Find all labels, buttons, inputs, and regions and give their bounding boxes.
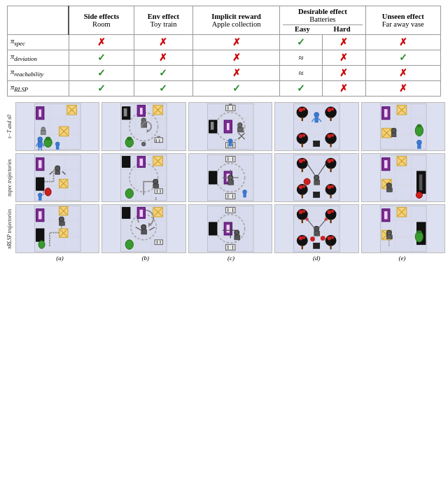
svg-rect-173 [243,194,246,198]
pi-rlsp-col4-hard: ✗ [323,81,365,97]
svg-point-218 [416,192,422,198]
implicit-reward-header: Implicit reward Apple collection [193,6,280,35]
cross-icon: ✗ [97,37,106,48]
svg-rect-149 [155,189,162,194]
svg-rect-215 [419,174,422,190]
pi-dev-col2: ✗ [134,50,192,66]
svg-point-191 [326,184,337,195]
empty-header [8,6,69,35]
env-d-initial-svg [275,103,358,150]
svg-point-7 [38,137,43,142]
pi-spec-col4-hard: ✗ [323,35,365,50]
svg-point-188 [299,185,303,190]
grid-cell-c-pirlsp [188,204,272,253]
svg-point-69 [228,139,232,143]
grid-cell-b-initial [102,102,186,151]
grid-cell-e-pispec [361,153,445,202]
svg-point-89 [299,134,303,138]
implicit-reward-title: Implicit reward [196,13,276,20]
cross-icon: ✗ [340,83,348,94]
svg-rect-8 [38,142,42,148]
easy-label: Easy [295,25,310,33]
svg-point-142 [126,189,134,199]
svg-rect-24 [56,145,59,150]
svg-point-286 [328,210,332,214]
grid-cell-e-initial [361,102,445,151]
env-d-pirlsp-svg [275,205,358,252]
grid-cell-d-pispec [274,153,358,202]
pi-dev-col3: ✗ [193,50,280,66]
svg-rect-321 [386,235,392,239]
check-icon: ✓ [297,83,305,94]
table-row: πspec ✗ ✗ ✗ ✓ ✗ ✗ [8,35,441,50]
grid-cell-c-pispec [188,153,272,202]
cross-icon: ✗ [159,52,167,63]
svg-point-192 [328,185,332,190]
svg-point-77 [299,108,303,112]
svg-point-289 [297,235,308,246]
svg-rect-229 [36,229,44,241]
desirable-effect-sub: Batteries [283,15,362,23]
env-d-pispec-svg [275,154,358,201]
svg-point-293 [326,235,337,246]
pi-spec-col2: ✗ [134,35,192,50]
pi-deviation-label: πdeviation [8,50,69,66]
svg-rect-254 [155,240,162,245]
svg-rect-217 [386,188,392,192]
svg-point-269 [234,230,239,235]
pi-dev-col1: ✓ [69,50,134,66]
env-effect-sub: Toy train [137,20,190,28]
comparison-table: Side effects Room Env effect Toy train I… [7,6,441,97]
svg-rect-292 [302,246,303,250]
comparison-table-section: Side effects Room Env effect Toy train I… [0,0,448,99]
svg-point-37 [127,137,132,141]
check-icon: ✓ [97,83,106,94]
desirable-effect-title: Desirable effect [283,8,362,15]
svg-rect-296 [330,246,332,250]
pi-reach-col3: ✗ [193,66,280,81]
approx-icon: ≈ [299,52,304,63]
approx-icon: ≈ [299,68,304,78]
svg-rect-231 [59,222,64,226]
svg-point-189 [302,185,306,188]
svg-point-78 [302,108,306,111]
desirable-effect-header: Desirable effect Batteries Easy Hard [280,6,365,35]
check-icon: ✓ [232,83,241,94]
pi-rlsp-col4-easy: ✓ [280,81,323,97]
svg-rect-225 [38,211,42,219]
check-icon: ✓ [97,52,106,63]
grid-cell-a-pispec [15,153,99,202]
grid-cell-d-pirlsp [274,204,358,253]
hard-label: Hard [334,25,351,33]
svg-point-88 [297,133,308,144]
pi-reach-col4-hard: ✗ [323,66,365,81]
svg-point-291 [302,236,306,239]
svg-point-90 [302,134,306,137]
svg-point-92 [326,133,337,144]
svg-rect-39 [140,108,144,115]
unseen-effect-sub: Far away vase [369,20,438,28]
svg-rect-249 [140,210,144,217]
svg-rect-6 [38,109,42,117]
bottom-labels: (a) (b) (c) (d) (e) [0,253,448,266]
svg-point-127 [55,166,60,171]
col-label-b: (b) [104,255,187,262]
env-e-initial-svg [362,103,444,150]
svg-point-81 [328,108,332,112]
table-row: πdeviation ✓ ✗ ✗ ≈ ✗ ✓ [8,50,441,66]
grid-cell-c-initial [188,102,272,151]
cross-icon: ✗ [232,37,241,48]
grid-row-pirlsp [15,204,445,253]
grid-cell-b-pirlsp [102,204,186,253]
env-a-pirlsp-svg [16,205,99,252]
svg-point-181 [302,159,306,162]
svg-rect-131 [36,178,44,190]
svg-point-187 [297,184,308,195]
svg-point-200 [304,178,310,185]
cross-icon: ✗ [399,68,407,78]
svg-point-243 [141,225,146,229]
svg-rect-35 [124,108,127,116]
env-e-pispec-svg [362,154,444,201]
svg-rect-199 [314,192,320,197]
svg-rect-298 [314,231,320,236]
